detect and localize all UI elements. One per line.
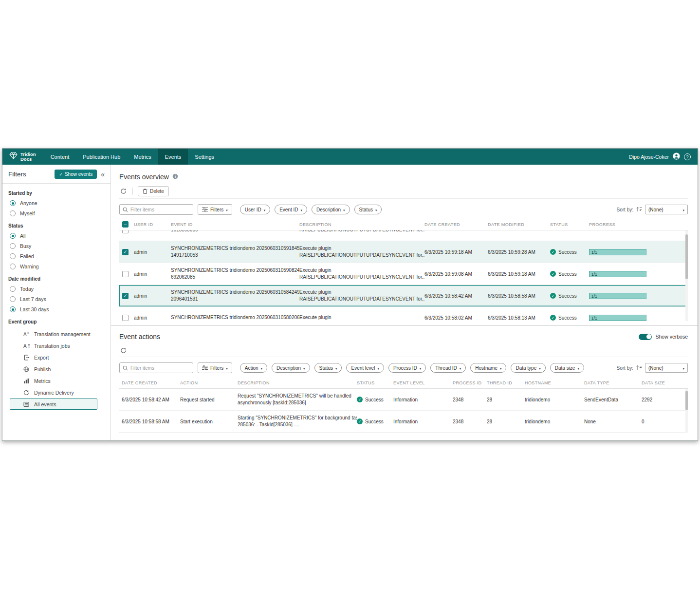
sidebar-item-export[interactable]: Export — [10, 352, 97, 363]
success-icon — [357, 397, 363, 402]
scrollbar-track[interactable] — [685, 389, 688, 433]
row-checkbox[interactable] — [122, 249, 129, 255]
pill-description[interactable]: Description — [312, 205, 350, 214]
scrollbar-thumb[interactable] — [685, 234, 688, 279]
row-checkbox[interactable] — [122, 315, 129, 321]
search-icon — [123, 207, 128, 212]
chevron-down-icon — [335, 365, 337, 371]
pill-action[interactable]: Action — [240, 363, 267, 373]
table-row[interactable]: 6/3/2025 10:58:42 AM Request started Req… — [119, 389, 688, 411]
brand[interactable]: Tridion Docs — [2, 149, 44, 165]
nav-right: Dipo Ajose-Coker — [629, 149, 698, 165]
trash-icon — [143, 189, 147, 194]
publish-globe-icon — [23, 366, 30, 372]
chevron-down-icon — [226, 365, 228, 371]
radio-anyone[interactable]: Anyone — [10, 200, 105, 206]
brand-title: Tridion Docs — [20, 152, 36, 162]
table-row[interactable]: admin SYNCHRONIZEMETRICS tridiondemo 202… — [119, 307, 688, 321]
row-checkbox[interactable] — [122, 293, 129, 299]
radio-busy[interactable]: Busy — [10, 243, 105, 249]
sort-direction-icon[interactable] — [636, 205, 642, 214]
sidebar-item-publish[interactable]: Publish — [10, 363, 97, 375]
nav-menu: Content Publication Hub Metrics Events S… — [44, 149, 221, 165]
radio-all[interactable]: All — [10, 233, 105, 239]
select-all-checkbox[interactable] — [122, 221, 129, 228]
success-icon — [357, 418, 363, 424]
nav-item-metrics[interactable]: Metrics — [127, 149, 158, 165]
actions-table-header: DATE CREATED ACTION DESCRIPTION STATUS E… — [119, 377, 688, 389]
scrollbar-thumb[interactable] — [685, 391, 688, 410]
pill-event-level[interactable]: Event level — [346, 363, 384, 373]
sidebar-item-dynamic-delivery[interactable]: Dynamic Delivery — [10, 387, 97, 398]
sidebar-item-translation-jobs[interactable]: A Translation jobs — [10, 340, 97, 351]
table-row[interactable]: 1618808989 RAISEPUBLICATIONOUTPUTUPDATES… — [119, 230, 688, 241]
started-by-heading: Started by — [8, 190, 105, 196]
pill-process-id[interactable]: Process ID — [388, 363, 426, 373]
nav-item-events[interactable]: Events — [158, 149, 188, 165]
success-icon — [550, 249, 556, 255]
chevron-down-icon — [460, 365, 461, 371]
check-icon — [59, 171, 63, 177]
pill-hostname[interactable]: Hostname — [470, 363, 506, 373]
pill-user-id[interactable]: User ID — [240, 205, 270, 214]
nav-item-settings[interactable]: Settings — [188, 149, 221, 165]
nav-item-publication-hub[interactable]: Publication Hub — [76, 149, 127, 165]
sidebar-item-all-events[interactable]: All events — [10, 399, 97, 410]
info-icon[interactable] — [172, 172, 178, 181]
radio-icon — [10, 253, 16, 259]
sidebar-item-translation-management[interactable]: Ax Translation management — [10, 328, 97, 340]
filters-button[interactable]: Filters — [198, 204, 232, 215]
show-verbose-toggle[interactable] — [639, 334, 652, 340]
pill-status[interactable]: Status — [354, 205, 382, 214]
radio-last-7-days[interactable]: Last 7 days — [10, 296, 105, 302]
pill-event-id[interactable]: Event ID — [275, 205, 307, 214]
filters-sidebar: Filters Show events Started by Anyone My… — [2, 165, 111, 440]
sort-select[interactable]: (None) — [645, 205, 688, 214]
filter-items-input[interactable] — [130, 207, 190, 212]
pill-description[interactable]: Description — [272, 363, 310, 373]
progress-bar: 1/1 — [589, 293, 646, 299]
delete-button[interactable]: Delete — [138, 186, 169, 196]
events-table-header: USER ID EVENT ID DESCRIPTION DATE CREATE… — [119, 219, 688, 230]
radio-today[interactable]: Today — [10, 286, 105, 292]
table-row-selected[interactable]: admin SYNCHRONIZEMETRICS tridiondemo 202… — [119, 285, 688, 307]
metrics-bars-icon — [23, 378, 30, 384]
sort-direction-icon[interactable] — [636, 363, 642, 372]
table-row[interactable]: admin SYNCHRONIZEMETRICS tridiondemo 202… — [119, 241, 688, 263]
tridion-logo-icon — [9, 152, 18, 161]
chevron-down-icon — [539, 365, 541, 371]
radio-last-30-days[interactable]: Last 30 days — [10, 306, 105, 312]
row-checkbox[interactable] — [122, 271, 129, 277]
radio-failed[interactable]: Failed — [10, 253, 105, 259]
row-checkbox[interactable] — [122, 230, 129, 233]
avatar-icon[interactable] — [673, 152, 680, 161]
nav-item-content[interactable]: Content — [44, 149, 76, 165]
collapse-sidebar-icon[interactable] — [101, 171, 105, 178]
sidebar-item-metrics[interactable]: Metrics — [10, 375, 97, 386]
show-events-button[interactable]: Show events — [55, 170, 97, 179]
pill-data-type[interactable]: Data type — [511, 363, 545, 373]
divider — [2, 183, 111, 184]
all-events-icon — [23, 401, 30, 407]
top-nav: Tridion Docs Content Publication Hub Met… — [2, 149, 698, 165]
table-row[interactable]: 6/3/2025 10:58:58 AM Start execution Sta… — [119, 411, 688, 433]
pill-status[interactable]: Status — [314, 363, 342, 373]
status-heading: Status — [8, 223, 105, 228]
radio-myself[interactable]: Myself — [10, 210, 105, 216]
refresh-actions-button[interactable] — [119, 346, 128, 355]
pill-data-size[interactable]: Data size — [550, 363, 584, 373]
sort-select[interactable]: (None) — [645, 363, 688, 373]
table-row[interactable]: admin SYNCHRONIZEMETRICS tridiondemo 202… — [119, 263, 688, 285]
svg-text:A: A — [23, 343, 27, 349]
pill-thread-id[interactable]: Thread ID — [430, 363, 466, 373]
scrollbar-track[interactable] — [685, 230, 688, 321]
refresh-button[interactable] — [119, 187, 128, 195]
svg-text:x: x — [27, 331, 29, 334]
filters-button[interactable]: Filters — [198, 362, 232, 373]
success-icon — [550, 293, 556, 299]
radio-warning[interactable]: Warning — [10, 264, 105, 269]
filter-items-input[interactable] — [130, 365, 190, 371]
radio-icon — [10, 233, 16, 239]
user-name[interactable]: Dipo Ajose-Coker — [629, 154, 669, 160]
help-icon[interactable] — [684, 153, 691, 160]
